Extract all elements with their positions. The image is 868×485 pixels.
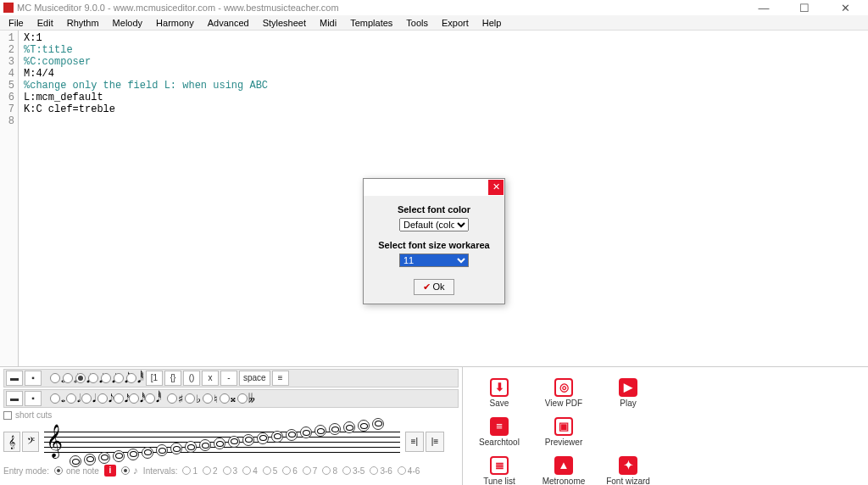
dotted-radio-5[interactable] <box>129 393 139 404</box>
note-pitch-14[interactable] <box>271 431 283 443</box>
action-searchtool[interactable]: ≡Searchtool <box>468 413 531 450</box>
accidental-♯[interactable] <box>167 393 177 404</box>
note-pitch-12[interactable] <box>242 434 254 446</box>
menu-templates[interactable]: Templates <box>343 18 399 28</box>
note-pitch-17[interactable] <box>314 425 326 437</box>
duration-radio-4[interactable] <box>101 373 111 383</box>
note-pitch-20[interactable] <box>358 420 370 432</box>
view-mode-1[interactable]: ≡| <box>405 432 424 452</box>
code-line[interactable]: %T:title <box>24 44 268 56</box>
tool-x[interactable]: x <box>202 371 219 386</box>
note-pitch-10[interactable] <box>214 438 225 449</box>
font-color-select[interactable]: Default (color) <box>399 218 469 231</box>
duration-radio-0[interactable] <box>50 373 60 383</box>
treble-clef-button[interactable]: 𝄞 <box>3 432 20 452</box>
note-pitch-4[interactable] <box>127 449 139 460</box>
staff[interactable]: 𝄞 <box>44 425 400 459</box>
menu-file[interactable]: File <box>2 18 31 28</box>
duration-radio-2[interactable] <box>75 373 86 383</box>
interval-radio-7[interactable] <box>303 466 311 475</box>
code-line[interactable]: L:mcm_default <box>24 92 268 103</box>
code-line[interactable]: %C:composer <box>24 56 268 68</box>
interval-radio-4[interactable] <box>242 466 251 475</box>
ok-button[interactable]: ✔Ok <box>414 279 453 295</box>
dialog-close-button[interactable]: ✕ <box>488 180 504 195</box>
font-size-select[interactable]: 11 <box>399 254 469 267</box>
note-pitch-1[interactable] <box>84 454 96 465</box>
code-content[interactable]: X:1%T:title%C:composerM:4/4%change only … <box>19 31 268 366</box>
rest-half-button-2[interactable]: ▪ <box>25 391 42 406</box>
menu-melody[interactable]: Melody <box>106 18 149 28</box>
shortcuts-checkbox[interactable] <box>3 411 12 420</box>
tool-[interactable]: - <box>220 371 237 386</box>
menu-harmony[interactable]: Harmony <box>149 18 201 28</box>
duration-radio-6[interactable] <box>126 373 136 383</box>
action-previewer[interactable]: ▣Previewer <box>532 413 595 450</box>
menu-advanced[interactable]: Advanced <box>201 18 256 28</box>
code-line[interactable]: %change only the field L: when using ABC <box>24 80 268 92</box>
action-view-pdf[interactable]: ◎View PDF <box>532 374 595 411</box>
dotted-radio-3[interactable] <box>97 393 108 404</box>
interval-radio-3[interactable] <box>223 466 231 475</box>
maximize-button[interactable]: ☐ <box>792 2 817 14</box>
menu-export[interactable]: Export <box>435 18 476 28</box>
menu-stylesheet[interactable]: Stylesheet <box>256 18 313 28</box>
view-mode-2[interactable]: |≡ <box>426 432 444 452</box>
close-button[interactable]: ✕ <box>832 2 858 14</box>
menu-tools[interactable]: Tools <box>399 18 435 28</box>
rest-whole-button[interactable]: ▬ <box>6 371 23 386</box>
note-pitch-13[interactable] <box>257 432 269 444</box>
interval-radio-3-5[interactable] <box>342 466 351 475</box>
note-pitch-5[interactable] <box>142 447 153 459</box>
tool-[interactable]: {} <box>164 371 181 386</box>
duration-radio-3[interactable] <box>88 373 98 383</box>
accidental-♮[interactable] <box>203 393 213 404</box>
accidental-♭[interactable] <box>185 393 195 404</box>
duration-radio-1[interactable] <box>63 373 73 383</box>
dotted-radio-2[interactable] <box>81 393 92 404</box>
code-line[interactable]: K:C clef=treble <box>24 103 268 115</box>
duration-radio-5[interactable] <box>114 373 124 383</box>
interval-radio-5[interactable] <box>263 466 271 475</box>
tool-1[interactable]: [1 <box>146 371 163 386</box>
action-metronome[interactable]: ▲Metronome <box>532 452 595 485</box>
note-pitch-7[interactable] <box>170 443 182 454</box>
action-save[interactable]: ⬇Save <box>468 374 531 411</box>
rest-half-button[interactable]: ▪ <box>25 371 42 386</box>
interval-radio-3-6[interactable] <box>370 466 378 475</box>
note-pitch-6[interactable] <box>156 444 168 456</box>
tool-[interactable]: ≡ <box>272 371 289 386</box>
menu-edit[interactable]: Edit <box>31 18 60 28</box>
one-note-radio[interactable] <box>54 466 63 475</box>
minimize-button[interactable]: — <box>751 2 776 14</box>
note-pitch-0[interactable] <box>70 455 81 467</box>
interval-radio-8[interactable] <box>322 466 331 475</box>
rest-whole-button-2[interactable]: ▬ <box>6 391 23 406</box>
chord-radio[interactable] <box>121 466 130 475</box>
interval-radio-2[interactable] <box>203 466 211 475</box>
interval-radio-1[interactable] <box>182 466 191 475</box>
tool-[interactable]: () <box>183 371 200 386</box>
dotted-radio-1[interactable] <box>66 393 76 404</box>
tool-space[interactable]: space <box>239 371 270 386</box>
note-pitch-2[interactable] <box>98 452 110 464</box>
accidental-𝄫[interactable] <box>237 393 248 404</box>
menu-help[interactable]: Help <box>476 18 509 28</box>
note-pitch-9[interactable] <box>199 439 211 451</box>
bass-clef-button[interactable]: 𝄢 <box>22 432 39 452</box>
note-pitch-18[interactable] <box>329 423 341 435</box>
info-button[interactable]: i <box>104 465 116 477</box>
note-pitch-11[interactable] <box>228 436 240 448</box>
note-pitch-19[interactable] <box>343 421 355 433</box>
action-font-wizard[interactable]: ✦Font wizard <box>597 452 659 485</box>
code-line[interactable]: X:1 <box>24 32 268 44</box>
menu-rhythm[interactable]: Rhythm <box>60 18 106 28</box>
dotted-radio-4[interactable] <box>114 393 124 404</box>
action-play[interactable]: ▶Play <box>597 374 659 411</box>
dotted-radio-0[interactable] <box>50 393 60 404</box>
dotted-radio-6[interactable] <box>145 393 155 404</box>
note-pitch-3[interactable] <box>113 450 125 462</box>
code-line[interactable]: M:4/4 <box>24 68 268 80</box>
code-line[interactable] <box>24 115 268 127</box>
note-pitch-21[interactable] <box>372 418 384 430</box>
